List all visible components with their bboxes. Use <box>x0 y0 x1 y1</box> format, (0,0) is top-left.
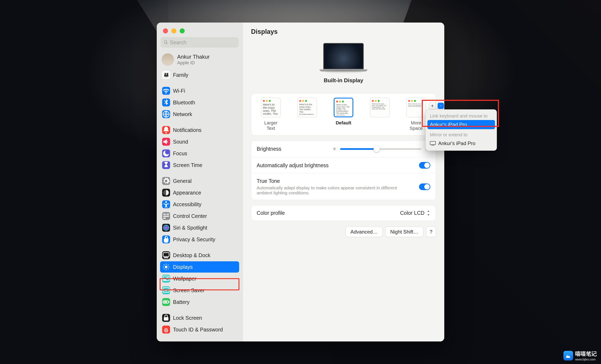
sidebar-item-notifications[interactable]: Notifications <box>160 124 239 136</box>
auto-brightness-toggle[interactable] <box>419 162 430 169</box>
popup-item-mirror-ipad[interactable]: Ankur's iPad Pro <box>427 139 495 148</box>
sidebar-item-screen-time[interactable]: Screen Time <box>160 160 239 171</box>
sidebar-item-bluetooth[interactable]: Bluetooth <box>160 97 239 108</box>
svg-point-10 <box>165 266 168 268</box>
sidebar-item-appearance[interactable]: Appearance <box>160 187 239 198</box>
sidebar-list: 👨‍👩‍👧FamilyWi-FiBluetoothNetworkNotifica… <box>157 69 242 336</box>
lock-icon <box>162 314 170 322</box>
sidebar-item-label: Network <box>173 111 192 117</box>
page-title: Displays <box>251 28 436 35</box>
👨‍👩‍👧-icon: 👨‍👩‍👧 <box>162 71 170 79</box>
sidebar-item-label: Bluetooth <box>173 100 195 106</box>
popup-section-link: Link keyboard and mouse to <box>427 112 495 120</box>
sidebar-item-label: Siri & Spotlight <box>173 225 207 231</box>
svg-point-12 <box>167 277 168 278</box>
disp-icon <box>162 263 170 271</box>
sidebar-item-label: Privacy & Security <box>173 236 215 243</box>
sidebar-item-privacy-security[interactable]: Privacy & Security <box>160 234 239 245</box>
maximize-icon[interactable] <box>180 28 185 33</box>
slider-thumb[interactable] <box>373 146 380 152</box>
sidebar-item-label: General <box>173 178 191 184</box>
sidebar-item-battery[interactable]: Battery <box>160 296 239 308</box>
night-shift-button[interactable]: Night Shift… <box>385 227 423 237</box>
help-button[interactable]: ? <box>426 227 436 237</box>
account-sub: Apple ID <box>177 60 210 66</box>
sidebar-item-siri-spotlight[interactable]: Siri & Spotlight <box>160 222 239 233</box>
sidebar-item-general[interactable]: General <box>160 175 239 187</box>
content-pane: Displays Built-in Display + Link keyboar… <box>243 22 444 342</box>
watermark-icon <box>563 351 573 360</box>
sidebar-item-label: Lock Screen <box>173 315 202 321</box>
svg-rect-8 <box>163 253 169 256</box>
svg-point-2 <box>165 201 167 203</box>
hand-icon <box>162 235 170 243</box>
svg-rect-13 <box>163 288 169 292</box>
sidebar-item-screen-saver[interactable]: Screen Saver <box>160 285 239 296</box>
resolution-option-3[interactable]: Here's to the crazy ones. The misfits. T… <box>369 98 390 131</box>
cc-icon <box>162 212 170 220</box>
sidebar-item-touch-id-password[interactable]: Touch ID & Password <box>160 324 239 335</box>
color-profile-select[interactable]: Color LCD <box>400 210 430 216</box>
search-input[interactable] <box>170 40 236 45</box>
svg-rect-15 <box>169 301 170 303</box>
minimize-icon[interactable] <box>171 28 176 33</box>
sidebar-item-control-center[interactable]: Control Center <box>160 210 239 222</box>
sidebar-item-label: Appearance <box>173 190 201 196</box>
search-field[interactable] <box>160 37 239 48</box>
svg-rect-6 <box>163 218 166 219</box>
resolution-thumb: Here's to the crazy ones. The misfits. T… <box>334 98 353 117</box>
account-row[interactable]: Ankur Thakur Apple ID <box>157 51 242 69</box>
sidebar-item-label: Touch ID & Password <box>173 327 223 333</box>
sidebar-item-displays[interactable]: Displays <box>160 261 239 273</box>
popup-item-link-ipad[interactable]: Ankur's iPad Pro <box>427 120 495 129</box>
add-display-menu-button[interactable] <box>438 103 444 109</box>
color-profile-row: Color profile Color LCD <box>251 205 436 221</box>
sidebar-item-label: Control Center <box>173 213 207 219</box>
sidebar-item-wi-fi[interactable]: Wi-Fi <box>160 85 239 96</box>
net-icon <box>162 110 170 118</box>
bat-icon <box>162 298 170 306</box>
sidebar-item-sound[interactable]: Sound <box>160 136 239 147</box>
dock-icon <box>162 251 170 259</box>
svg-rect-18 <box>430 141 436 145</box>
resolution-section: Here's to the crazy ones. The misfits. T… <box>251 93 436 135</box>
popup-section-mirror: Mirror or extend to <box>427 131 495 139</box>
true-tone-toggle[interactable] <box>419 183 430 190</box>
popup-item-label: Ankur's iPad Pro <box>438 141 475 146</box>
acc-icon <box>162 200 170 208</box>
resolution-option-1[interactable]: Here's to the crazy ones. The misfits. T… <box>297 98 318 131</box>
ss-icon <box>162 286 170 294</box>
color-profile-value: Color LCD <box>400 210 424 216</box>
add-display-controls: + <box>429 102 444 109</box>
resolution-option-0[interactable]: Here's to the crazy ones. The misfits. T… <box>260 98 281 131</box>
sidebar-item-label: Displays <box>173 264 193 270</box>
sidebar-item-network[interactable]: Network <box>160 109 239 120</box>
auto-brightness-label: Automatically adjust brightness <box>257 162 329 168</box>
sidebar-item-wallpaper[interactable]: Wallpaper <box>160 273 239 284</box>
advanced-button[interactable]: Advanced… <box>346 227 382 237</box>
sidebar-item-label: Focus <box>173 151 187 157</box>
resolution-option-4[interactable]: Here's to the crazy ones. The misfits. T… <box>406 98 427 131</box>
sidebar-item-lock-screen[interactable]: Lock Screen <box>160 312 239 324</box>
add-display-button[interactable]: + <box>429 102 436 109</box>
sidebar-item-family[interactable]: 👨‍👩‍👧Family <box>160 69 239 81</box>
resolution-option-2[interactable]: Here's to the crazy ones. The misfits. T… <box>333 98 354 131</box>
footer-buttons: Advanced… Night Shift… ? <box>251 227 436 237</box>
sidebar-item-focus[interactable]: Focus <box>160 148 239 159</box>
sidebar-item-label: Desktop & Dock <box>173 252 210 258</box>
true-tone-sub: Automatically adapt display to make colo… <box>257 185 407 195</box>
account-name: Ankur Thakur <box>177 54 210 60</box>
svg-point-7 <box>163 225 169 231</box>
watermark: 嘻嘻笔记 www.bjlxx.com <box>563 350 597 361</box>
svg-rect-19 <box>431 145 434 145</box>
display-name: Built-in Display <box>251 77 436 84</box>
resolution-thumb: Here's to the crazy ones. The misfits. T… <box>261 98 281 117</box>
resolution-label: Default <box>333 120 354 126</box>
sidebar-item-label: Family <box>173 72 189 78</box>
svg-rect-16 <box>164 301 167 303</box>
sidebar-item-label: Battery <box>173 299 190 305</box>
close-icon[interactable] <box>163 28 168 33</box>
brightness-slider[interactable]: ☀︎ ☀︎ <box>332 145 430 152</box>
sidebar-item-desktop-dock[interactable]: Desktop & Dock <box>160 250 239 261</box>
sidebar-item-accessibility[interactable]: Accessibility <box>160 199 239 210</box>
